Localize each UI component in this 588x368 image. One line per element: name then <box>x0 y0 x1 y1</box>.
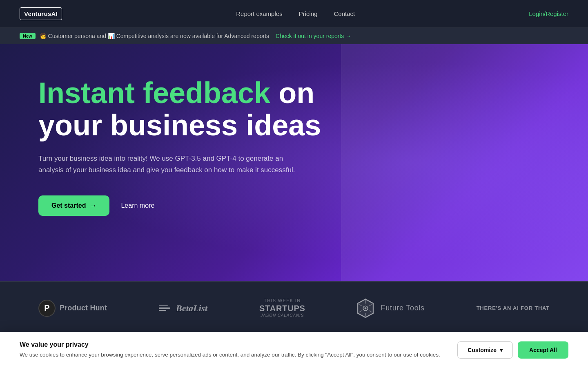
future-tools-icon <box>357 298 374 318</box>
hero-card <box>341 44 588 281</box>
startups-label: STARTUPS <box>259 303 305 313</box>
arrow-right-icon: → <box>90 202 96 209</box>
betalist-lines-icon <box>159 305 170 311</box>
announcement-bar: New 🧑 Customer persona and 📊 Competitive… <box>0 28 588 44</box>
customize-label: Customize <box>468 347 497 353</box>
get-started-button[interactable]: Get started → <box>38 195 109 216</box>
logo-future-tools: Future Tools <box>357 298 424 318</box>
cookie-title: We value your privacy <box>20 341 448 348</box>
hero-section: Instant feedback onyour business ideas T… <box>0 44 588 281</box>
cookie-banner: We value your privacy We use cookies to … <box>0 332 588 368</box>
announcement-message: 🧑 Customer persona and 📊 Competitive ana… <box>40 33 269 39</box>
logo-this-week-startups: THIS WEEK IN STARTUPS Jason Calacanis <box>259 298 305 318</box>
logo-betalist: BetaList <box>159 303 207 314</box>
hero-actions: Get started → Learn more <box>38 195 345 216</box>
nav-pricing[interactable]: Pricing <box>299 10 318 17</box>
learn-more-button[interactable]: Learn more <box>121 202 154 209</box>
nav-contact[interactable]: Contact <box>334 10 355 17</box>
theres-an-ai-label: THERE'S AN AI FOR THAT <box>477 305 550 311</box>
betalist-label: BetaList <box>176 303 207 314</box>
nav-report-examples[interactable]: Report examples <box>236 10 282 17</box>
logo-product-hunt: P Product Hunt <box>38 300 107 317</box>
startups-author: Jason Calacanis <box>261 313 304 318</box>
hero-title-highlight: Instant feedback <box>38 76 270 109</box>
accept-all-button[interactable]: Accept All <box>518 341 568 359</box>
cookie-text-block: We value your privacy We use cookies to … <box>20 341 448 359</box>
cookie-body: We use cookies to enhance your browsing … <box>20 351 448 359</box>
new-badge: New <box>20 33 36 39</box>
get-started-label: Get started <box>51 202 86 209</box>
login-register-link[interactable]: Login/Register <box>529 10 568 17</box>
product-hunt-icon: P <box>38 300 56 317</box>
cookie-actions: Customize ▾ Accept All <box>457 341 568 359</box>
nav-links: Report examples Pricing Contact <box>236 10 355 17</box>
hero-title: Instant feedback onyour business ideas <box>38 77 345 141</box>
logo[interactable]: VenturusAI <box>20 7 62 20</box>
navigation: VenturusAI Report examples Pricing Conta… <box>0 0 588 28</box>
logos-section: P Product Hunt BetaList THIS WEEK IN STA… <box>0 281 588 334</box>
customize-button[interactable]: Customize ▾ <box>457 341 513 359</box>
future-tools-label: Future Tools <box>381 304 424 312</box>
announcement-cta[interactable]: Check it out in your reports → <box>276 33 351 39</box>
startups-this-week: THIS WEEK IN <box>264 298 301 303</box>
hero-content: Instant feedback onyour business ideas T… <box>38 77 345 216</box>
hero-subtitle: Turn your business idea into reality! We… <box>38 153 300 176</box>
logo-theres-an-ai: THERE'S AN AI FOR THAT <box>477 305 550 311</box>
product-hunt-label: Product Hunt <box>60 304 107 312</box>
chevron-down-icon: ▾ <box>500 347 503 353</box>
svg-point-2 <box>365 307 367 309</box>
